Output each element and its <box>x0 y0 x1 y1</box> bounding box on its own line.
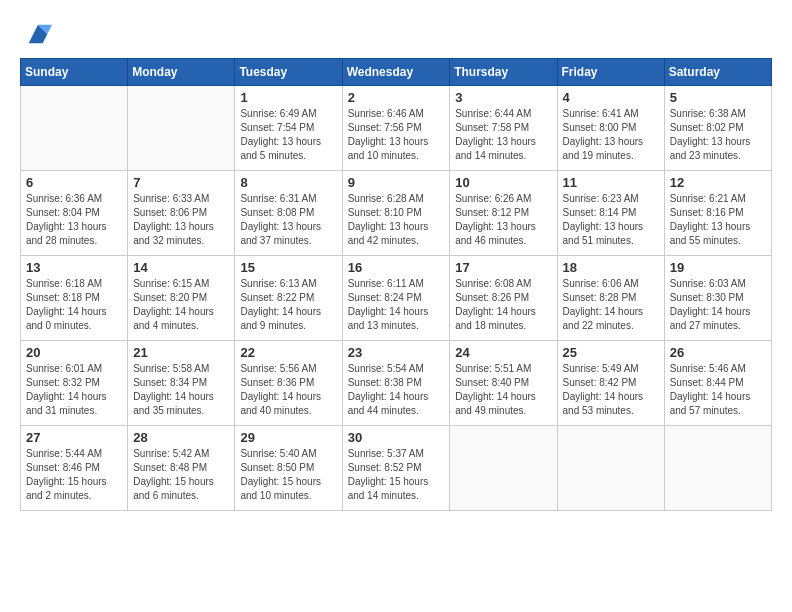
day-info: Sunrise: 6:18 AM Sunset: 8:18 PM Dayligh… <box>26 277 122 333</box>
day-info: Sunrise: 6:21 AM Sunset: 8:16 PM Dayligh… <box>670 192 766 248</box>
calendar-cell: 30Sunrise: 5:37 AM Sunset: 8:52 PM Dayli… <box>342 426 450 511</box>
day-header-wednesday: Wednesday <box>342 59 450 86</box>
day-number: 13 <box>26 260 122 275</box>
calendar-header: SundayMondayTuesdayWednesdayThursdayFrid… <box>21 59 772 86</box>
day-number: 10 <box>455 175 551 190</box>
day-info: Sunrise: 6:26 AM Sunset: 8:12 PM Dayligh… <box>455 192 551 248</box>
day-info: Sunrise: 6:33 AM Sunset: 8:06 PM Dayligh… <box>133 192 229 248</box>
day-info: Sunrise: 6:15 AM Sunset: 8:20 PM Dayligh… <box>133 277 229 333</box>
calendar-cell <box>21 86 128 171</box>
day-number: 17 <box>455 260 551 275</box>
day-number: 5 <box>670 90 766 105</box>
calendar-cell: 28Sunrise: 5:42 AM Sunset: 8:48 PM Dayli… <box>128 426 235 511</box>
calendar-cell: 3Sunrise: 6:44 AM Sunset: 7:58 PM Daylig… <box>450 86 557 171</box>
day-number: 16 <box>348 260 445 275</box>
calendar-cell: 23Sunrise: 5:54 AM Sunset: 8:38 PM Dayli… <box>342 341 450 426</box>
page-header <box>20 20 772 48</box>
calendar-cell: 16Sunrise: 6:11 AM Sunset: 8:24 PM Dayli… <box>342 256 450 341</box>
day-number: 9 <box>348 175 445 190</box>
day-info: Sunrise: 5:49 AM Sunset: 8:42 PM Dayligh… <box>563 362 659 418</box>
day-info: Sunrise: 6:44 AM Sunset: 7:58 PM Dayligh… <box>455 107 551 163</box>
calendar-cell: 15Sunrise: 6:13 AM Sunset: 8:22 PM Dayli… <box>235 256 342 341</box>
day-info: Sunrise: 5:51 AM Sunset: 8:40 PM Dayligh… <box>455 362 551 418</box>
day-info: Sunrise: 6:08 AM Sunset: 8:26 PM Dayligh… <box>455 277 551 333</box>
logo <box>20 20 52 48</box>
day-number: 22 <box>240 345 336 360</box>
day-info: Sunrise: 6:38 AM Sunset: 8:02 PM Dayligh… <box>670 107 766 163</box>
calendar-cell: 4Sunrise: 6:41 AM Sunset: 8:00 PM Daylig… <box>557 86 664 171</box>
day-number: 2 <box>348 90 445 105</box>
calendar-week-5: 27Sunrise: 5:44 AM Sunset: 8:46 PM Dayli… <box>21 426 772 511</box>
day-info: Sunrise: 6:46 AM Sunset: 7:56 PM Dayligh… <box>348 107 445 163</box>
day-info: Sunrise: 5:54 AM Sunset: 8:38 PM Dayligh… <box>348 362 445 418</box>
day-number: 25 <box>563 345 659 360</box>
day-number: 4 <box>563 90 659 105</box>
day-info: Sunrise: 6:31 AM Sunset: 8:08 PM Dayligh… <box>240 192 336 248</box>
day-number: 30 <box>348 430 445 445</box>
day-header-tuesday: Tuesday <box>235 59 342 86</box>
day-info: Sunrise: 5:58 AM Sunset: 8:34 PM Dayligh… <box>133 362 229 418</box>
day-number: 15 <box>240 260 336 275</box>
calendar-cell <box>664 426 771 511</box>
day-number: 6 <box>26 175 122 190</box>
day-number: 21 <box>133 345 229 360</box>
day-info: Sunrise: 6:13 AM Sunset: 8:22 PM Dayligh… <box>240 277 336 333</box>
calendar-week-3: 13Sunrise: 6:18 AM Sunset: 8:18 PM Dayli… <box>21 256 772 341</box>
day-info: Sunrise: 6:49 AM Sunset: 7:54 PM Dayligh… <box>240 107 336 163</box>
day-number: 1 <box>240 90 336 105</box>
day-header-saturday: Saturday <box>664 59 771 86</box>
day-header-thursday: Thursday <box>450 59 557 86</box>
day-info: Sunrise: 5:37 AM Sunset: 8:52 PM Dayligh… <box>348 447 445 503</box>
day-info: Sunrise: 6:23 AM Sunset: 8:14 PM Dayligh… <box>563 192 659 248</box>
day-info: Sunrise: 6:36 AM Sunset: 8:04 PM Dayligh… <box>26 192 122 248</box>
day-number: 8 <box>240 175 336 190</box>
day-info: Sunrise: 6:41 AM Sunset: 8:00 PM Dayligh… <box>563 107 659 163</box>
calendar-cell: 25Sunrise: 5:49 AM Sunset: 8:42 PM Dayli… <box>557 341 664 426</box>
day-info: Sunrise: 5:40 AM Sunset: 8:50 PM Dayligh… <box>240 447 336 503</box>
calendar-cell: 21Sunrise: 5:58 AM Sunset: 8:34 PM Dayli… <box>128 341 235 426</box>
day-header-sunday: Sunday <box>21 59 128 86</box>
calendar-cell: 19Sunrise: 6:03 AM Sunset: 8:30 PM Dayli… <box>664 256 771 341</box>
day-number: 18 <box>563 260 659 275</box>
calendar-cell <box>557 426 664 511</box>
calendar-cell: 5Sunrise: 6:38 AM Sunset: 8:02 PM Daylig… <box>664 86 771 171</box>
day-number: 26 <box>670 345 766 360</box>
day-info: Sunrise: 6:06 AM Sunset: 8:28 PM Dayligh… <box>563 277 659 333</box>
calendar-cell: 1Sunrise: 6:49 AM Sunset: 7:54 PM Daylig… <box>235 86 342 171</box>
calendar-cell: 27Sunrise: 5:44 AM Sunset: 8:46 PM Dayli… <box>21 426 128 511</box>
day-number: 24 <box>455 345 551 360</box>
calendar-cell <box>128 86 235 171</box>
calendar-body: 1Sunrise: 6:49 AM Sunset: 7:54 PM Daylig… <box>21 86 772 511</box>
calendar-cell: 13Sunrise: 6:18 AM Sunset: 8:18 PM Dayli… <box>21 256 128 341</box>
calendar-cell: 2Sunrise: 6:46 AM Sunset: 7:56 PM Daylig… <box>342 86 450 171</box>
day-number: 23 <box>348 345 445 360</box>
day-number: 27 <box>26 430 122 445</box>
day-header-monday: Monday <box>128 59 235 86</box>
day-info: Sunrise: 6:01 AM Sunset: 8:32 PM Dayligh… <box>26 362 122 418</box>
calendar-cell <box>450 426 557 511</box>
calendar-week-4: 20Sunrise: 6:01 AM Sunset: 8:32 PM Dayli… <box>21 341 772 426</box>
calendar-week-2: 6Sunrise: 6:36 AM Sunset: 8:04 PM Daylig… <box>21 171 772 256</box>
calendar-cell: 8Sunrise: 6:31 AM Sunset: 8:08 PM Daylig… <box>235 171 342 256</box>
calendar-cell: 9Sunrise: 6:28 AM Sunset: 8:10 PM Daylig… <box>342 171 450 256</box>
day-number: 29 <box>240 430 336 445</box>
day-info: Sunrise: 5:44 AM Sunset: 8:46 PM Dayligh… <box>26 447 122 503</box>
day-number: 28 <box>133 430 229 445</box>
day-header-friday: Friday <box>557 59 664 86</box>
calendar-cell: 6Sunrise: 6:36 AM Sunset: 8:04 PM Daylig… <box>21 171 128 256</box>
day-number: 14 <box>133 260 229 275</box>
day-info: Sunrise: 5:46 AM Sunset: 8:44 PM Dayligh… <box>670 362 766 418</box>
day-number: 12 <box>670 175 766 190</box>
calendar-cell: 7Sunrise: 6:33 AM Sunset: 8:06 PM Daylig… <box>128 171 235 256</box>
calendar-cell: 18Sunrise: 6:06 AM Sunset: 8:28 PM Dayli… <box>557 256 664 341</box>
day-number: 11 <box>563 175 659 190</box>
calendar-table: SundayMondayTuesdayWednesdayThursdayFrid… <box>20 58 772 511</box>
day-info: Sunrise: 6:28 AM Sunset: 8:10 PM Dayligh… <box>348 192 445 248</box>
calendar-week-1: 1Sunrise: 6:49 AM Sunset: 7:54 PM Daylig… <box>21 86 772 171</box>
calendar-cell: 29Sunrise: 5:40 AM Sunset: 8:50 PM Dayli… <box>235 426 342 511</box>
day-number: 20 <box>26 345 122 360</box>
calendar-cell: 12Sunrise: 6:21 AM Sunset: 8:16 PM Dayli… <box>664 171 771 256</box>
calendar-cell: 17Sunrise: 6:08 AM Sunset: 8:26 PM Dayli… <box>450 256 557 341</box>
calendar-cell: 14Sunrise: 6:15 AM Sunset: 8:20 PM Dayli… <box>128 256 235 341</box>
calendar-cell: 26Sunrise: 5:46 AM Sunset: 8:44 PM Dayli… <box>664 341 771 426</box>
